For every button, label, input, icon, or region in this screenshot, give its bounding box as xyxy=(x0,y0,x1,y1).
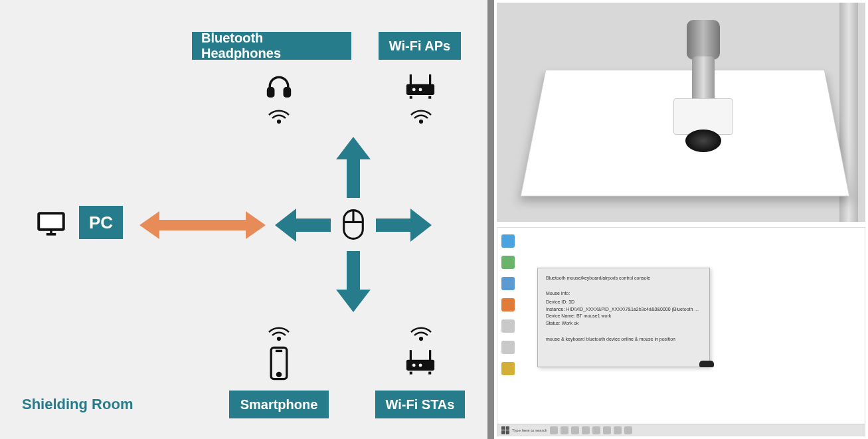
mouse-photo-icon xyxy=(699,361,714,367)
svg-rect-5 xyxy=(429,74,431,85)
desktop-icons-column xyxy=(501,234,515,375)
dialog-row: Status: Work ok xyxy=(546,320,701,327)
svg-rect-11 xyxy=(39,213,63,229)
svg-point-7 xyxy=(419,88,422,91)
desktop-icon xyxy=(501,341,515,354)
svg-point-6 xyxy=(412,88,416,91)
taskbar-item[interactable] xyxy=(571,426,579,434)
svg-marker-21 xyxy=(376,209,432,242)
desktop-icon xyxy=(501,319,515,333)
dialog-title: Bluetooth mouse/keyboard/airpods control… xyxy=(546,275,701,282)
start-button[interactable] xyxy=(501,426,509,434)
taskbar: Type here to search xyxy=(497,424,865,436)
arrow-left-icon xyxy=(275,209,331,244)
svg-marker-20 xyxy=(275,209,331,242)
svg-point-31 xyxy=(412,363,416,367)
svg-point-10 xyxy=(420,120,422,123)
arrow-up-icon xyxy=(336,137,371,201)
desktop-icon xyxy=(501,362,515,375)
svg-rect-0 xyxy=(268,88,274,96)
wifi-aps-label: Wi-Fi APs xyxy=(379,32,461,60)
shielding-room-label: Shielding Room xyxy=(22,396,133,413)
headphones-icon xyxy=(262,70,296,103)
wifi-signal-icon xyxy=(408,105,434,125)
double-arrow-icon xyxy=(139,211,266,242)
dialog-row: Device Name: BT mouse1 work xyxy=(546,313,701,320)
dialog-row: Instance: HID\VID_XXXX&PID_XXXX\7&1a2b3c… xyxy=(546,306,701,313)
desktop-icon xyxy=(501,234,515,248)
taskbar-item[interactable] xyxy=(561,426,568,434)
svg-point-2 xyxy=(278,120,280,123)
router-icon xyxy=(402,70,439,103)
taskbar-item[interactable] xyxy=(550,426,558,434)
svg-rect-33 xyxy=(410,372,412,375)
svg-rect-4 xyxy=(410,74,412,85)
taskbar-item[interactable] xyxy=(624,426,632,434)
svg-marker-19 xyxy=(336,251,371,312)
wifi-stas-label: Wi-Fi STAs xyxy=(375,391,465,418)
wifi-signal-icon xyxy=(266,105,292,125)
diagram-panel: Bluetooth Headphones Wi-Fi APs xyxy=(0,0,487,439)
svg-rect-9 xyxy=(428,96,431,99)
taskbar-search-text[interactable]: Type here to search xyxy=(512,428,547,432)
svg-rect-30 xyxy=(429,350,431,361)
monitor-icon xyxy=(35,207,68,240)
arrow-down-icon xyxy=(336,251,371,315)
svg-rect-29 xyxy=(410,350,412,361)
photo-screenshot-panel: Bluetooth mouse/keyboard/airpods control… xyxy=(494,0,868,439)
smartphone-label: Smartphone xyxy=(229,391,329,418)
svg-point-27 xyxy=(420,337,422,340)
svg-point-32 xyxy=(419,363,422,367)
taskbar-item[interactable] xyxy=(614,426,622,434)
desktop-icon xyxy=(501,298,515,311)
equipment-photo xyxy=(497,3,865,222)
pc-label: PC xyxy=(79,206,123,239)
control-console-dialog: Bluetooth mouse/keyboard/airpods control… xyxy=(537,268,710,367)
wifi-signal-icon xyxy=(408,322,434,342)
svg-marker-22 xyxy=(139,211,266,239)
arrow-right-icon xyxy=(376,209,432,244)
panel-divider xyxy=(487,0,494,439)
bluetooth-headphones-label: Bluetooth Headphones xyxy=(192,32,351,60)
dialog-section-head: Mouse info: xyxy=(546,290,701,298)
mouse-icon xyxy=(339,207,368,242)
router-icon xyxy=(402,345,439,379)
dialog-row: Device ID: 3D xyxy=(546,299,701,306)
svg-rect-8 xyxy=(410,96,412,99)
desktop-icon xyxy=(501,277,515,290)
dialog-footer: mouse & keyboard bluetooth device online… xyxy=(546,336,701,343)
smartphone-icon xyxy=(266,344,292,383)
svg-rect-1 xyxy=(284,88,290,96)
wifi-signal-icon xyxy=(266,322,292,342)
taskbar-item[interactable] xyxy=(582,426,590,434)
svg-marker-18 xyxy=(336,137,371,198)
svg-rect-34 xyxy=(428,372,431,375)
svg-point-23 xyxy=(278,337,280,340)
taskbar-item[interactable] xyxy=(603,426,611,434)
desktop-icon xyxy=(501,256,515,269)
taskbar-item[interactable] xyxy=(592,426,600,434)
svg-point-25 xyxy=(277,373,280,376)
desktop-screenshot: Bluetooth mouse/keyboard/airpods control… xyxy=(497,227,865,436)
